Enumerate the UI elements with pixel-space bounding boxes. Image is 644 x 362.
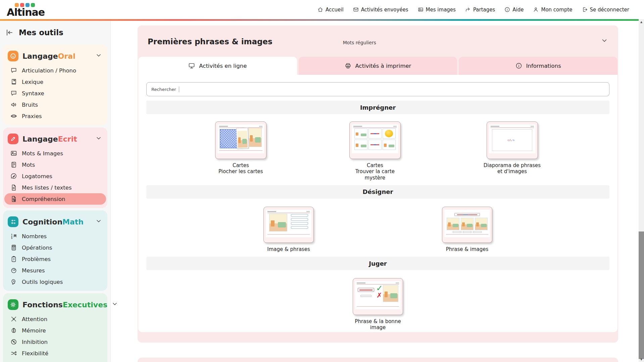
collapse-panel-chevron-icon[interactable] (601, 37, 608, 46)
chevron-down-icon[interactable] (95, 218, 102, 226)
nav-partages[interactable]: Partages (465, 7, 495, 13)
sidebar-item-comprehension[interactable]: Compréhension (4, 193, 106, 205)
sidebar-item-flexibilite[interactable]: Flexibilité (4, 348, 106, 359)
phrase-prompt (358, 288, 374, 292)
sidebar-item-label: Articulation / Phono (22, 67, 76, 74)
activity-card-phrase-images[interactable]: Phrase & images (442, 207, 492, 252)
tab-label: Informations (526, 63, 561, 69)
sidebar-item-inhibition[interactable]: Inhibition (4, 336, 106, 348)
nav-mes-images[interactable]: Mes images (418, 7, 456, 13)
sidebar-item-attention[interactable]: Attention (4, 313, 106, 325)
group-header-impregner: Imprégner (146, 101, 609, 114)
sidebar-item-label: Mes listes / textes (22, 185, 72, 191)
thumb-header (353, 125, 397, 128)
tab-activites-a-imprimer[interactable]: Activités à imprimer (299, 57, 457, 75)
section-header-cognition-math[interactable]: CognitionMath (3, 214, 107, 230)
focus-arrows-icon (10, 316, 17, 322)
sidebar-item-memoire[interactable]: Mémoire (4, 325, 106, 336)
nav-label: Aide (512, 7, 524, 13)
thumb-footer (219, 150, 262, 152)
sidebar-item-outils-logiques[interactable]: Outils logiques (4, 276, 106, 288)
phrase-bar (291, 226, 308, 229)
sidebar-item-logatomes[interactable]: Logatomes (4, 170, 106, 182)
sidebar-item-mesures[interactable]: Mesures (4, 265, 106, 276)
search-input[interactable]: Rechercher (146, 82, 609, 96)
sidebar-item-mots-images[interactable]: Mots & Images (4, 148, 106, 159)
collapse-sidebar-icon[interactable] (5, 29, 13, 37)
scrollbar-thumb[interactable] (639, 231, 644, 359)
chevron-down-icon[interactable] (95, 135, 102, 143)
activity-card-cartes-mystere[interactable]: Cartes Trouver la carte mystère (349, 121, 401, 181)
activity-thumbnail (349, 121, 401, 159)
sidebar-item-label: Attention (22, 316, 47, 322)
card-label: Phrase & images (446, 246, 489, 252)
tab-content: Rechercher Imprégner Cartes Piocher les … (138, 75, 617, 332)
nav-mon-compte[interactable]: Mon compte (533, 7, 572, 13)
sidebar-item-operations[interactable]: Opérations (4, 242, 106, 253)
sidebar-item-problemes[interactable]: ? Problèmes (4, 253, 106, 265)
mini-button (453, 231, 461, 233)
thumb-footer (267, 234, 310, 236)
file-lines-icon (10, 184, 17, 191)
tab-activites-en-ligne[interactable]: Activités en ligne (138, 57, 297, 75)
section-title-suffix: Ecrit (58, 135, 77, 143)
activity-card-image-phrases[interactable]: Image & phrases (263, 207, 314, 252)
nav-se-deconnecter[interactable]: Se déconnecter (582, 7, 629, 13)
tab-informations[interactable]: Informations (459, 57, 617, 75)
thumb-slide (266, 210, 311, 237)
scroll-up-arrow[interactable]: ▲ (639, 19, 644, 24)
envelope-icon (353, 7, 359, 12)
brand-logo[interactable]: Altinae (7, 2, 45, 17)
sidebar-item-label: Inhibition (22, 339, 48, 345)
mini-scene (354, 140, 367, 150)
nav-activites-envoyees[interactable]: Activités envoyées (353, 7, 408, 13)
activity-card-phrase-bonne-image[interactable]: ✓ ✗ Phrase & la bonne image (353, 278, 403, 331)
sidebar-item-mes-listes-textes[interactable]: Mes listes / textes (4, 182, 106, 193)
sidebar-item-mots[interactable]: Mots (4, 159, 106, 170)
group-header-designer: Désigner (146, 185, 609, 199)
card-label: Cartes Piocher les cartes (218, 162, 263, 175)
sidebar-section-fonctions-executives: FonctionsExecutives Attention Mémoire In… (3, 293, 107, 362)
phrase-bar (291, 214, 308, 217)
sidebar-item-articulation-phono[interactable]: Articulation / Phono (4, 65, 106, 76)
card-label: Image & phrases (267, 246, 310, 252)
chevron-down-icon[interactable] (111, 301, 118, 309)
mini-button (473, 231, 482, 233)
sidebar-item-lexique[interactable]: Lexique (4, 76, 106, 88)
section-title-prefix: Fonctions (22, 301, 63, 309)
sidebar: Mes outils LangageOral Articulation / Ph… (0, 21, 111, 362)
nav-label: Mon compte (541, 7, 572, 13)
activity-card-diaporama[interactable]: Diaporama de phrases et d'images (484, 121, 541, 175)
nav-accueil[interactable]: Accueil (317, 7, 344, 13)
sidebar-item-nombres[interactable]: 123 Nombres (4, 230, 106, 242)
scroll-down-arrow[interactable]: ▼ (639, 357, 644, 362)
speech-bubble-icon (10, 67, 17, 74)
sidebar-item-praxies[interactable]: Praxies (4, 110, 106, 122)
section-header-langage-oral[interactable]: LangageOral (3, 49, 107, 65)
sidebar-item-label: Mots (22, 162, 35, 168)
mini-text-card (368, 128, 382, 139)
chevron-down-icon[interactable] (95, 52, 102, 60)
phrase-prompt (454, 213, 480, 216)
activity-card-cartes-piocher[interactable]: Cartes Piocher les cartes (215, 121, 266, 175)
sidebar-item-label: Mémoire (22, 327, 46, 334)
sidebar-item-label: Logatomes (22, 173, 52, 179)
nav-aide[interactable]: Aide (504, 7, 524, 13)
mini-scene (383, 140, 396, 150)
section-title-prefix: Langage (22, 135, 58, 143)
sidebar-item-label: Syntaxe (22, 90, 44, 97)
phrase-choices (291, 214, 308, 229)
top-nav: Accueil Activités envoyées Mes images Pa… (317, 7, 629, 13)
sidebar-item-label: Mots & Images (22, 150, 63, 157)
sidebar-item-planification[interactable]: Planification (4, 359, 106, 362)
thumb-header (491, 125, 534, 128)
tab-label: Activités en ligne (199, 63, 247, 69)
section-header-langage-ecrit[interactable]: LangageEcrit (3, 132, 107, 148)
svg-text:?: ? (13, 258, 15, 261)
page-scrollbar[interactable]: ▲ ▼ (639, 19, 644, 362)
sidebar-item-syntaxe[interactable]: Syntaxe (4, 88, 106, 99)
sidebar-item-bruits[interactable]: Bruits (4, 99, 106, 110)
section-header-fonctions-executives[interactable]: FonctionsExecutives (3, 297, 107, 313)
section-title-prefix: Langage (22, 52, 58, 60)
activity-panel: Premières phrases & images Mots régulier… (138, 25, 618, 343)
